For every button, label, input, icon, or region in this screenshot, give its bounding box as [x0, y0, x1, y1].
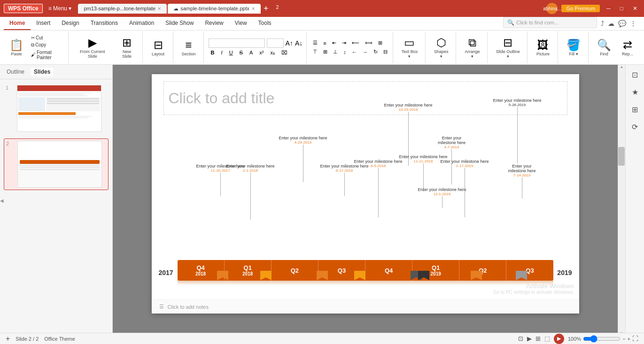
slides-tab[interactable]: Slides	[31, 68, 53, 76]
picture-group: 🖼 Picture	[528, 31, 558, 63]
close-button[interactable]: ✕	[630, 4, 640, 13]
fullscreen-button[interactable]: ⛶	[632, 335, 638, 342]
comment-icon[interactable]: 💬	[618, 20, 626, 27]
subscript-button[interactable]: x₂	[268, 49, 277, 57]
textbox-button[interactable]: ▭ Text Box ▾	[397, 34, 422, 61]
align-center-button[interactable]: ⟺	[363, 39, 375, 47]
tab-animation[interactable]: Animation	[124, 17, 160, 30]
font-color-button[interactable]: A	[247, 49, 255, 56]
tab-timeline[interactable]: ☁ sample-timeline-template.pptx ✕	[168, 4, 261, 14]
rtl-button[interactable]: ←	[349, 48, 359, 56]
layout-button[interactable]: ⊟ Layout	[147, 37, 170, 58]
align-top-button[interactable]: ⊤	[310, 48, 320, 56]
clear-format-button[interactable]: ⌧	[279, 49, 290, 57]
right-panel-btn-2[interactable]: ★	[630, 86, 640, 99]
new-slide-button[interactable]: ⊞ New Slide	[115, 34, 140, 61]
font-size-input[interactable]: 0	[267, 38, 284, 48]
smart-art-button[interactable]: ⊟	[381, 48, 390, 56]
new-tab-button[interactable]: +	[264, 4, 269, 14]
arrange-button[interactable]: ⧉ Arrange ▾	[460, 34, 484, 61]
outline-tab[interactable]: Outline	[4, 68, 27, 76]
add-slide-button[interactable]: +	[6, 335, 10, 343]
slideshow-view-button[interactable]: ▶	[527, 335, 532, 342]
play-button[interactable]: ▶	[554, 334, 564, 344]
text-direction-button[interactable]: ↻	[371, 48, 380, 56]
strikethrough-button[interactable]: S	[237, 49, 245, 56]
tab-view[interactable]: View	[229, 17, 253, 30]
format-painter-button[interactable]: 🖌 Format Painter	[29, 49, 65, 61]
notes-area[interactable]: ☰ Click to add notes	[152, 299, 579, 313]
picture-button[interactable]: 🖼 Picture	[531, 37, 555, 58]
paste-button[interactable]: 📋 Paste	[5, 37, 28, 58]
milestone-10: Enter your milestone here 2-17-2019	[441, 159, 489, 217]
slide-canvas[interactable]: Click to add title Enter your milestone …	[152, 74, 579, 313]
ltr-button[interactable]: →	[360, 48, 370, 56]
para-spacing-button[interactable]: ↕	[341, 48, 349, 56]
find-button[interactable]: 🔍 Find	[592, 37, 616, 58]
scroll-up-button[interactable]: ▲	[618, 65, 625, 69]
font-size-decrease[interactable]: A↓	[295, 39, 303, 47]
font-family-input[interactable]	[209, 38, 265, 48]
more-options-icon[interactable]: ⋮	[630, 20, 636, 27]
tab-design[interactable]: Design	[56, 17, 85, 30]
tab-pm13[interactable]: pm13-sample-p...tone-template ✕	[78, 4, 167, 14]
fit-to-window-button[interactable]: ⊡	[518, 335, 523, 342]
slide-item-1[interactable]: 1	[4, 83, 109, 134]
from-current-slide-button[interactable]: ▶ From Current Slide	[72, 34, 113, 61]
right-panel-btn-1[interactable]: ⊡	[630, 69, 640, 81]
paste-label: Paste	[11, 52, 22, 56]
scrollbar-thumb[interactable]	[618, 147, 625, 166]
right-panel-btn-4[interactable]: ⟳	[630, 121, 640, 133]
svg-marker-2	[317, 271, 328, 280]
bullet-list-button[interactable]: ☰	[310, 39, 320, 47]
tab-review[interactable]: Review	[199, 17, 229, 30]
tab-tools[interactable]: Tools	[253, 17, 277, 30]
minimize-button[interactable]: ─	[604, 4, 613, 13]
slide-info: Slide 2 / 2	[16, 336, 39, 342]
search-box[interactable]: 🔍 Click to find com...	[503, 17, 597, 28]
slide-outline-button[interactable]: ⊟ Slide Outline ▾	[491, 34, 524, 61]
numbered-list-button[interactable]: ≡	[321, 39, 328, 47]
increase-indent-button[interactable]: ⇥	[340, 39, 349, 47]
premium-button[interactable]: Go Premium	[561, 5, 600, 12]
superscript-button[interactable]: x²	[257, 49, 266, 56]
font-size-increase[interactable]: A↑	[286, 39, 293, 47]
normal-view-button[interactable]: ⊞	[535, 335, 541, 342]
tab-pm13-close[interactable]: ✕	[157, 6, 161, 11]
bold-button[interactable]: B	[209, 49, 217, 56]
shapes-button[interactable]: ⬡ Shapes ▾	[429, 34, 453, 61]
maximize-button[interactable]: □	[617, 4, 626, 13]
fill-button[interactable]: 🪣 Fill ▾	[562, 37, 585, 58]
columns-button[interactable]: ⊞	[376, 39, 385, 47]
tab-slideshow[interactable]: Slide Show	[160, 17, 199, 30]
underline-button[interactable]: U	[227, 49, 235, 56]
right-panel-btn-3[interactable]: ⊞	[630, 103, 640, 116]
wps-logo[interactable]: WPS Office	[4, 4, 43, 13]
tab-home[interactable]: Home	[4, 17, 31, 30]
user-avatar[interactable]: abhina...	[546, 3, 558, 14]
section-button[interactable]: ≡ Section	[177, 37, 201, 58]
collapse-panel-button[interactable]: ◀	[0, 198, 4, 203]
section-icon: ≡	[186, 38, 192, 52]
cut-button[interactable]: ✂ Cut	[29, 35, 65, 41]
cloud-save-icon[interactable]: ☁	[608, 20, 614, 27]
align-bottom-button[interactable]: ⊥	[331, 48, 340, 56]
italic-button[interactable]: I	[219, 49, 225, 56]
presenter-view-button[interactable]: ⬚	[544, 335, 550, 342]
slide-item-2[interactable]: 2	[4, 138, 109, 190]
copy-button[interactable]: ⧉ Copy	[29, 42, 65, 48]
tab-transitions[interactable]: Transitions	[85, 17, 124, 30]
zoom-out-button[interactable]: −	[622, 336, 625, 342]
share-icon[interactable]: ⤴	[601, 20, 604, 27]
vertical-scrollbar[interactable]: ▲ ▼	[618, 65, 625, 336]
align-left-button[interactable]: ⟵	[349, 39, 362, 47]
zoom-in-button[interactable]: +	[628, 336, 630, 342]
replace-button[interactable]: ⇄ Rep...	[616, 37, 639, 58]
menu-button[interactable]: ≡ Menu ▾	[46, 4, 75, 13]
tab-insert[interactable]: Insert	[31, 17, 56, 30]
align-middle-button[interactable]: ⊞	[321, 48, 330, 56]
zoom-slider[interactable]	[583, 335, 621, 343]
tab-timeline-close[interactable]: ✕	[251, 6, 255, 11]
slide-list: 1	[0, 79, 112, 336]
decrease-indent-button[interactable]: ⇤	[330, 39, 339, 47]
